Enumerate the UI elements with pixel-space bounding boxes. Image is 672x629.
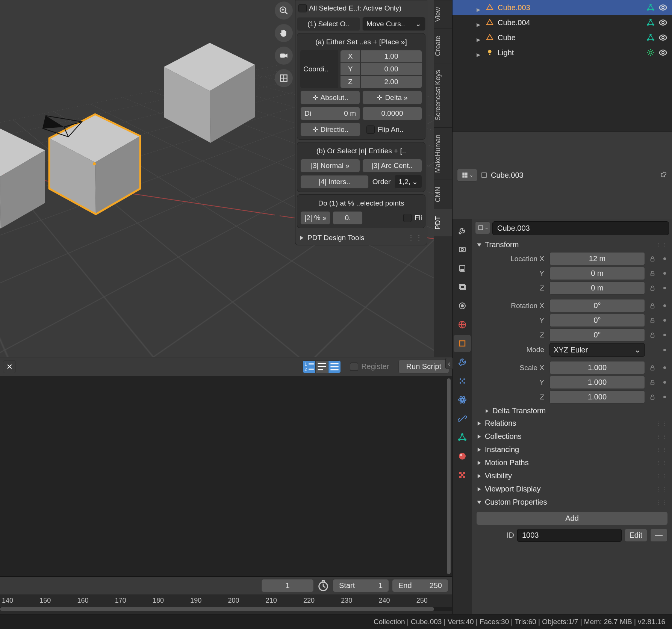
scale-z-field[interactable]: 1.000 <box>549 390 645 404</box>
visibility-eye-icon[interactable] <box>658 33 667 42</box>
custom-prop-remove-button[interactable]: — <box>650 529 667 542</box>
intersect-button[interactable]: |4| Inters.. <box>300 175 369 189</box>
lock-icon[interactable] <box>648 254 657 263</box>
section-delta-transform[interactable]: Delta Transform <box>475 404 669 417</box>
script-text-area[interactable] <box>0 376 452 576</box>
tab-object[interactable] <box>454 335 471 352</box>
object-datablock-dropdown[interactable]: ⌄ <box>475 221 490 234</box>
custom-prop-edit-button[interactable]: Edit <box>625 529 647 542</box>
run-script-button[interactable]: Run Script <box>398 360 449 373</box>
register-checkbox[interactable] <box>350 363 358 371</box>
tab-screencast-keys[interactable]: Screencast Keys <box>434 63 452 127</box>
scale-x-field[interactable]: 1.000 <box>549 361 645 374</box>
rotation-z-field[interactable]: 0° <box>549 328 645 342</box>
lock-icon[interactable] <box>648 269 657 278</box>
keyframe-dot[interactable] <box>660 284 669 293</box>
scrollbar[interactable] <box>447 378 451 574</box>
keyframe-dot[interactable] <box>660 331 669 340</box>
keyframe-dot[interactable] <box>660 269 669 278</box>
auto-keying-icon[interactable] <box>317 579 330 592</box>
rotation-mode-dropdown[interactable]: XYZ Euler⌄ <box>549 343 645 357</box>
percent-field[interactable]: 0. <box>333 211 363 225</box>
camera-view-icon[interactable] <box>275 47 293 65</box>
mesh-data-icon[interactable] <box>646 18 655 27</box>
tab-scene[interactable] <box>454 297 471 314</box>
visibility-eye-icon[interactable] <box>658 48 667 57</box>
start-frame-field[interactable]: 1 <box>378 581 383 590</box>
flip-checkbox[interactable] <box>366 125 375 134</box>
tab-create[interactable]: Create <box>434 29 452 63</box>
section-viewport-display[interactable]: Viewport Display⋮⋮ <box>475 482 669 496</box>
tab-particles[interactable] <box>454 372 471 390</box>
visibility-eye-icon[interactable] <box>658 3 667 12</box>
tab-texture[interactable] <box>454 466 471 484</box>
section-instancing[interactable]: Instancing⋮⋮ <box>475 443 669 456</box>
tab-view-layer[interactable] <box>454 278 471 296</box>
direction-button[interactable]: ✛Directio.. <box>300 122 360 136</box>
coord-z-field[interactable]: 2.00 <box>360 76 422 88</box>
expand-triangle-icon[interactable] <box>299 235 304 240</box>
tab-mesh-data[interactable] <box>454 429 471 446</box>
object-name-input[interactable]: Cube.003 <box>492 221 669 235</box>
section-motion-paths[interactable]: Motion Paths⋮⋮ <box>475 456 669 469</box>
mesh-data-icon[interactable] <box>646 3 655 12</box>
end-frame-field[interactable]: 250 <box>430 581 442 590</box>
editor-type-dropdown[interactable]: ⌄ <box>457 169 477 181</box>
section-visibility[interactable]: Visibility⋮⋮ <box>475 469 669 482</box>
lock-icon[interactable] <box>648 393 657 402</box>
cube-object[interactable] <box>154 27 263 144</box>
location-y-field[interactable]: 0 m <box>549 267 645 280</box>
lock-icon[interactable] <box>648 378 657 387</box>
drag-handle-icon[interactable]: ⋮⋮ <box>407 233 423 242</box>
section-collections[interactable]: Collections⋮⋮ <box>475 430 669 443</box>
outliner-row-cube-003[interactable]: ▸ Cube.003 <box>453 0 672 15</box>
breadcrumb[interactable]: Cube.003 <box>491 171 524 180</box>
expand-triangle-icon[interactable]: ▸ <box>477 20 482 25</box>
outliner-row-cube-004[interactable]: ▸ Cube.004 <box>453 15 672 30</box>
keyframe-dot[interactable] <box>660 378 669 387</box>
arc-center-button[interactable]: |3| Arc Cent.. <box>362 159 422 172</box>
expand-triangle-icon[interactable]: ▸ <box>477 35 482 40</box>
all-selected-checkbox[interactable] <box>298 4 307 12</box>
word-wrap-toggle[interactable] <box>315 360 328 373</box>
keyframe-dot[interactable] <box>660 345 669 354</box>
coord-y-field[interactable]: 0.00 <box>360 63 422 76</box>
visibility-eye-icon[interactable] <box>658 18 667 27</box>
mesh-data-icon[interactable] <box>646 33 655 42</box>
tab-tool[interactable] <box>454 222 471 239</box>
operation-dropdown[interactable]: Move Curs.. ⌄ <box>362 17 425 31</box>
coord-x-field[interactable]: 1.00 <box>360 50 422 63</box>
outliner-row-light[interactable]: ▸ Light <box>453 45 672 60</box>
lock-icon[interactable] <box>648 331 657 340</box>
syntax-highlight-toggle[interactable] <box>328 360 341 373</box>
tab-makehuman[interactable]: MakeHuman <box>434 127 452 180</box>
order-dropdown[interactable]: 1,2,⌄ <box>394 175 422 189</box>
rotation-y-field[interactable]: 0° <box>549 314 645 327</box>
outliner-row-cube[interactable]: ▸ Cube <box>453 30 672 45</box>
distance-field[interactable]: Di0 m <box>300 107 360 120</box>
tab-pdt[interactable]: PDT <box>434 209 452 236</box>
section-relations[interactable]: Relations⋮⋮ <box>475 417 669 430</box>
section-transform[interactable]: Transform ⋮⋮ <box>475 238 669 251</box>
add-custom-property-button[interactable]: Add <box>477 512 667 525</box>
keyframe-dot[interactable] <box>660 301 669 310</box>
close-button[interactable]: ✕ <box>3 360 16 373</box>
lock-icon[interactable] <box>648 301 657 310</box>
tab-world[interactable] <box>454 316 471 333</box>
delta-button[interactable]: ✛Delta » <box>362 91 422 104</box>
pin-icon[interactable] <box>660 171 667 179</box>
line-numbers-toggle[interactable]: 12 <box>303 360 315 373</box>
location-x-field[interactable]: 12 m <box>549 252 645 265</box>
lock-icon[interactable] <box>648 284 657 293</box>
3d-viewport[interactable]: All Selected E..f: Active Only) (1) Sele… <box>0 0 452 357</box>
tab-physics[interactable] <box>454 391 471 408</box>
tab-output[interactable] <box>454 260 471 277</box>
keyframe-dot[interactable] <box>660 316 669 325</box>
tab-constraints[interactable] <box>454 410 471 427</box>
tab-cmn[interactable]: CMN <box>434 180 452 209</box>
custom-prop-value-field[interactable]: 1003 <box>517 529 622 542</box>
pan-hand-icon[interactable] <box>275 24 293 42</box>
expand-triangle-icon[interactable]: ▸ <box>477 50 482 55</box>
tab-view[interactable]: View <box>434 0 452 29</box>
tab-modifiers[interactable] <box>454 354 471 371</box>
